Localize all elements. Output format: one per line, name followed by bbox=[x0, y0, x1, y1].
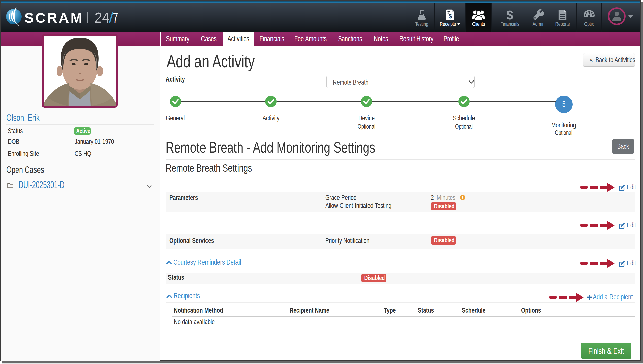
svg-text:$: $ bbox=[448, 13, 452, 20]
svg-text:24: 24 bbox=[95, 10, 109, 26]
svg-text:7: 7 bbox=[113, 10, 118, 26]
svg-text:SCRAM: SCRAM bbox=[24, 10, 84, 26]
